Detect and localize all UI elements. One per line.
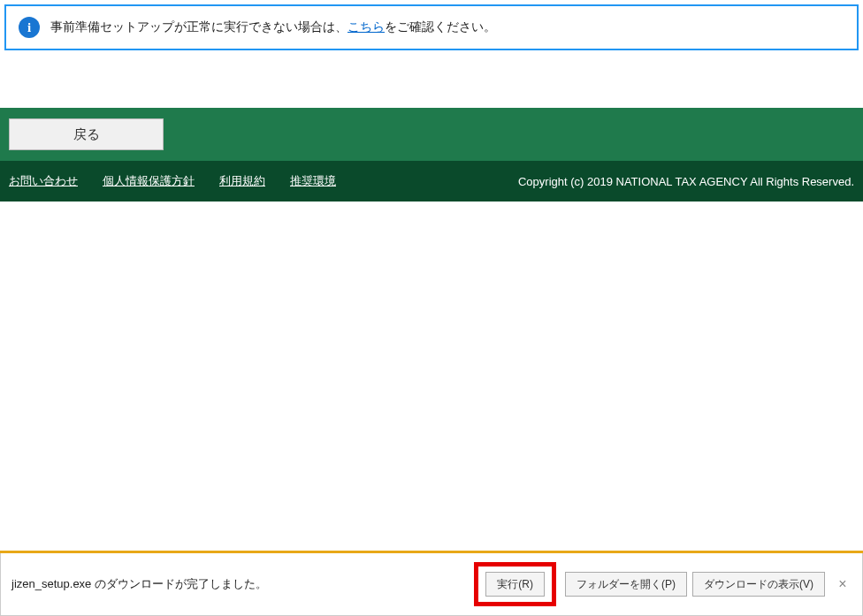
footer-link-terms[interactable]: 利用規約: [219, 173, 265, 189]
info-icon: i: [19, 17, 40, 38]
info-text-before: 事前準備セットアップが正常に実行できない場合は、: [50, 19, 347, 34]
open-folder-button[interactable]: フォルダーを開く(P): [565, 572, 687, 597]
footer-bar: お問い合わせ 個人情報保護方針 利用規約 推奨環境 Copyright (c) …: [0, 161, 863, 202]
footer-link-contact[interactable]: お問い合わせ: [9, 173, 78, 189]
footer-copyright: Copyright (c) 2019 NATIONAL TAX AGENCY A…: [336, 175, 854, 188]
run-button-highlight: 実行(R): [474, 562, 556, 606]
info-link-kochira[interactable]: こちら: [347, 19, 385, 34]
info-text: 事前準備セットアップが正常に実行できない場合は、こちらをご確認ください。: [50, 19, 496, 35]
close-icon[interactable]: ×: [834, 576, 852, 592]
download-notification-bar: jizen_setup.exe のダウンロードが完了しました。 実行(R) フォ…: [0, 551, 863, 616]
footer-link-environment[interactable]: 推奨環境: [290, 173, 336, 189]
run-button[interactable]: 実行(R): [485, 572, 545, 597]
back-button[interactable]: 戻る: [9, 118, 164, 150]
info-message-box: i 事前準備セットアップが正常に実行できない場合は、こちらをご確認ください。: [4, 4, 859, 50]
download-message: jizen_setup.exe のダウンロードが完了しました。: [11, 576, 469, 592]
download-notification-inner: jizen_setup.exe のダウンロードが完了しました。 実行(R) フォ…: [0, 553, 863, 616]
show-downloads-button[interactable]: ダウンロードの表示(V): [692, 572, 825, 597]
info-text-after: をご確認ください。: [385, 19, 496, 34]
nav-bar: 戻る: [0, 108, 863, 161]
footer-link-privacy[interactable]: 個人情報保護方針: [103, 173, 195, 189]
footer-links: お問い合わせ 個人情報保護方針 利用規約 推奨環境: [9, 173, 336, 189]
